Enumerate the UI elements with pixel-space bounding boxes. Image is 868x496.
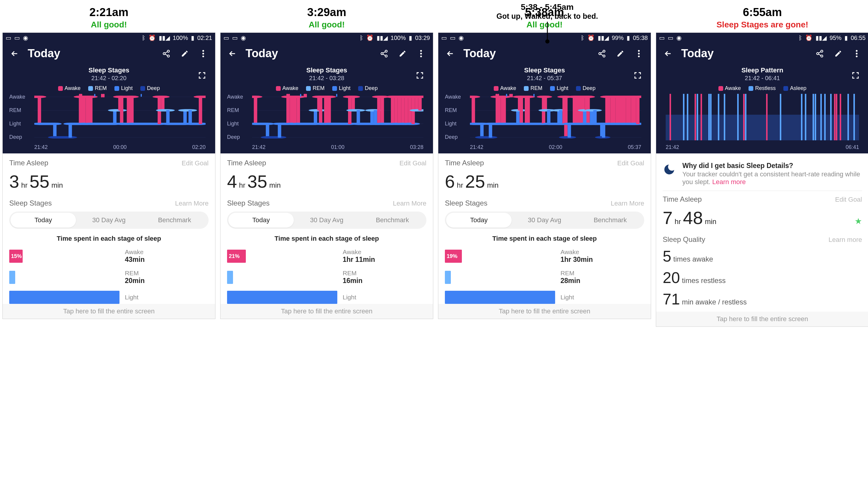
share-icon[interactable] [815,48,825,59]
sleep-stages-label: Sleep Stages [227,199,270,207]
chart-title: Sleep Pattern [663,66,862,74]
sleep-chart[interactable]: AwakeREMLightDeep21:4200:0002:20 [9,94,208,151]
x-axis-labels: 21:4200:0002:20 [9,144,206,151]
tab-today[interactable]: Today [446,213,512,228]
edit-goal-link[interactable]: Edit Goal [835,196,862,203]
alarm-icon: ⏰ [149,34,156,42]
notification-icon: ▭ [441,34,447,42]
screenshot-caption: 2:21amAll good! [2,2,215,32]
notification-icon: ▭ [659,34,665,42]
status-bar: ▭▭◉ᛒ⏰▮▮◢100%▮03:29 [220,33,433,43]
battery-icon: ▮ [409,34,412,42]
battery-icon: ▮ [626,34,630,42]
svg-point-223 [856,53,857,55]
app-bar: Today [438,43,651,64]
more-icon[interactable] [634,48,644,59]
y-axis-labels: AwakeREMLightDeep [9,94,31,140]
svg-point-118 [603,55,605,57]
alarm-icon: ⏰ [805,34,812,42]
stages-subhead: Time spent in each stage of sleep [9,235,208,243]
learn-more-link[interactable]: Learn More [610,200,644,207]
star-icon: ★ [855,216,862,226]
edit-goal-link[interactable]: Edit Goal [400,159,427,167]
expand-icon[interactable] [416,71,425,81]
fill-screen-hint[interactable]: Tap here to fill the entire screen [656,312,868,326]
more-icon[interactable] [851,48,862,59]
segment-control: Today30 Day AvgBenchmark [227,212,427,229]
screenshot-caption: 6:55amSleep Stages are gone! [656,2,868,32]
svg-point-52 [420,50,422,51]
fill-screen-hint[interactable]: Tap here to fill the entire screen [3,304,215,319]
app-bar: Today [656,43,868,64]
svg-point-220 [817,52,819,55]
tab-30day[interactable]: 30 Day Avg [76,213,141,228]
svg-point-4 [168,55,170,57]
notification-icon: ▭ [223,34,229,42]
edit-icon[interactable] [615,48,626,59]
time-asleep-label: Time Asleep [445,159,484,167]
share-icon[interactable] [596,48,607,59]
notification-icon: ▭ [6,34,11,42]
expand-icon[interactable] [198,71,207,81]
chart-title: Sleep Stages [227,66,427,74]
back-icon[interactable] [663,48,673,59]
learn-more-link[interactable]: Learn more [828,236,862,244]
tab-today[interactable]: Today [228,213,294,228]
stages-subhead: Time spent in each stage of sleep [445,235,644,243]
time-asleep-label: Time Asleep [9,159,48,167]
tab-30day[interactable]: 30 Day Avg [512,213,577,228]
back-icon[interactable] [9,48,20,59]
svg-point-49 [385,50,387,52]
share-icon[interactable] [161,48,172,59]
edit-goal-link[interactable]: Edit Goal [617,159,645,167]
back-icon[interactable] [445,48,455,59]
time-asleep-value: 7 hr 48 min [663,208,716,228]
stage-row-awake: 19%Awake1hr 30min [445,248,644,264]
sleep-chart[interactable]: AwakeREMLightDeep21:4201:0003:28 [227,94,427,151]
edit-icon[interactable] [397,48,408,59]
y-axis-labels: AwakeREMLightDeep [227,94,248,140]
sleep-stages-label: Sleep Stages [9,199,52,207]
learn-more-link[interactable]: Learn More [175,200,208,207]
share-icon[interactable] [379,48,389,59]
edit-icon[interactable] [833,48,843,59]
stage-row-awake: 15%Awake43min [9,248,208,264]
more-icon[interactable] [416,48,427,59]
expand-icon[interactable] [851,71,861,81]
svg-point-51 [385,55,387,57]
x-axis-labels: 21:4201:0003:28 [227,144,423,151]
svg-point-54 [420,56,422,57]
back-icon[interactable] [227,48,238,59]
learn-more-link[interactable]: Learn more [712,178,746,186]
sleep-stages-label: Sleep Stages [445,199,487,207]
tab-benchmark[interactable]: Benchmark [360,213,425,228]
chart-time-range: 21:42 - 05:37 [445,75,644,82]
signal-icon: ▮▮◢ [598,34,609,42]
signal-icon: ▮▮◢ [816,34,826,42]
svg-point-117 [599,52,601,55]
sleep-quality-label: Sleep Quality [663,235,705,244]
stage-row-rem: REM16min [227,269,427,285]
edit-goal-link[interactable]: Edit Goal [182,159,209,167]
status-bar: ▭▭◉ᛒ⏰▮▮◢99%▮05:38 [438,33,651,43]
sleep-chart[interactable]: AwakeREMLightDeep21:4202:0005:37 [445,94,644,151]
svg-point-5 [202,50,204,51]
svg-point-116 [603,50,605,52]
time-asleep-value: 3 hr 55 min [9,171,208,192]
tab-today[interactable]: Today [11,213,76,228]
svg-point-121 [638,56,640,57]
screenshot-caption: 5:38amAll good! [438,2,651,32]
expand-icon[interactable] [634,71,643,81]
page-title: Today [681,47,807,60]
tab-benchmark[interactable]: Benchmark [577,213,643,228]
sleep-chart[interactable]: 21:4206:41 [663,94,862,151]
segment-control: Today30 Day AvgBenchmark [9,212,208,229]
tab-30day[interactable]: 30 Day Avg [294,213,359,228]
edit-icon[interactable] [180,48,190,59]
fill-screen-hint[interactable]: Tap here to fill the entire screen [220,304,433,319]
learn-more-link[interactable]: Learn More [393,200,427,207]
phone-screenshot: ▭▭◉ᛒ⏰▮▮◢99%▮05:38TodaySleep Stages21:42 … [438,32,651,319]
fill-screen-hint[interactable]: Tap here to fill the entire screen [438,304,651,319]
tab-benchmark[interactable]: Benchmark [142,213,207,228]
more-icon[interactable] [198,48,208,59]
